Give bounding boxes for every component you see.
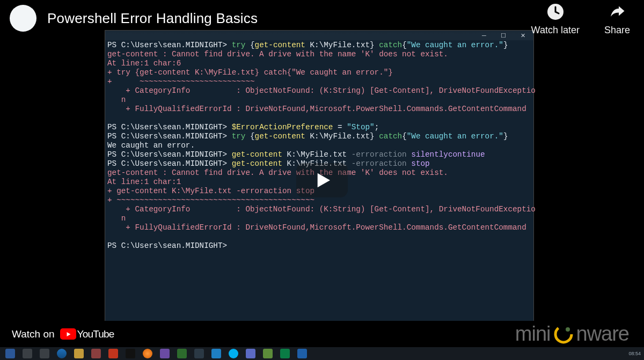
powerpoint-icon[interactable] bbox=[108, 349, 118, 358]
svg-point-2 bbox=[566, 327, 570, 332]
app-icon[interactable] bbox=[297, 349, 307, 358]
app-icon[interactable] bbox=[263, 349, 273, 358]
app-icon[interactable] bbox=[211, 349, 221, 358]
app-icon[interactable] bbox=[246, 349, 255, 358]
taskbar-clock: 08:54 bbox=[628, 351, 641, 356]
play-icon bbox=[311, 170, 333, 191]
visualstudio-icon[interactable] bbox=[160, 349, 170, 358]
watch-later-label: Watch later bbox=[531, 25, 580, 36]
video-title[interactable]: Powershell Error Handling Basics bbox=[47, 10, 258, 27]
start-icon[interactable] bbox=[5, 349, 15, 358]
share-button[interactable]: Share bbox=[604, 1, 630, 36]
skype-icon[interactable] bbox=[229, 349, 238, 358]
youtube-text: YouTube bbox=[77, 328, 114, 340]
app-icon[interactable] bbox=[91, 349, 101, 358]
app-icon[interactable] bbox=[177, 349, 187, 358]
youtube-play-icon bbox=[60, 328, 76, 340]
clock-icon bbox=[545, 1, 566, 23]
brand-text-right: nware bbox=[576, 322, 630, 346]
channel-avatar[interactable] bbox=[10, 5, 36, 32]
youtube-logo: YouTube bbox=[60, 328, 114, 340]
terminal-icon[interactable] bbox=[194, 349, 204, 358]
top-actions: Watch later Share bbox=[531, 1, 630, 36]
brand-swirl-icon bbox=[553, 324, 574, 345]
taskview-icon[interactable] bbox=[40, 349, 49, 358]
play-button[interactable] bbox=[296, 163, 348, 197]
hulu-icon[interactable] bbox=[280, 349, 290, 358]
brand-watermark: mini nware bbox=[515, 322, 644, 346]
taskbar-tray: 08:54 bbox=[628, 351, 644, 356]
app-icon[interactable] bbox=[126, 349, 135, 358]
brand-text-left: mini bbox=[515, 322, 551, 346]
bottom-bar: Watch on YouTube mini nware bbox=[0, 321, 644, 347]
top-overlay: Powershell Error Handling Basics Watch l… bbox=[0, 0, 644, 34]
share-label: Share bbox=[604, 25, 630, 36]
windows-taskbar: 08:54 bbox=[0, 347, 644, 360]
watch-later-button[interactable]: Watch later bbox=[531, 1, 580, 36]
firefox-icon[interactable] bbox=[143, 349, 152, 358]
watch-on-youtube-button[interactable]: Watch on YouTube bbox=[0, 328, 114, 340]
watch-on-label: Watch on bbox=[12, 328, 55, 340]
edge-icon[interactable] bbox=[57, 349, 67, 358]
video-player: ─ ☐ ✕ PS C:\Users\sean.MIDNIGHT> try {ge… bbox=[0, 0, 644, 360]
search-icon[interactable] bbox=[23, 349, 32, 358]
share-icon bbox=[606, 1, 628, 23]
explorer-icon[interactable] bbox=[74, 349, 84, 358]
